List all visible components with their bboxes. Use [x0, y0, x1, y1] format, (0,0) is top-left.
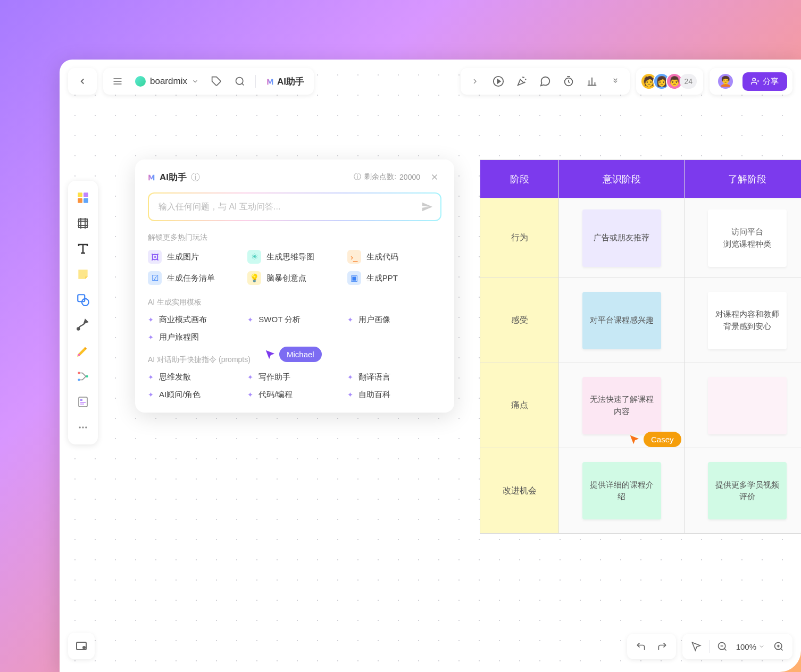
ai-item-tasks[interactable]: ☑生成任务清单	[148, 271, 242, 285]
ai-prompt-code[interactable]: ✦代码/编程	[247, 390, 341, 400]
pointer-button[interactable]	[686, 636, 707, 657]
top-bar-left: boardmix ᴍ AI助手	[68, 68, 314, 95]
ai-template-journey[interactable]: ✦用户旅程图	[148, 332, 242, 342]
close-button[interactable]	[428, 170, 441, 184]
pen-tool[interactable]	[71, 339, 95, 363]
svg-point-43	[83, 646, 85, 649]
minimap-button[interactable]	[68, 633, 95, 659]
table-header-row: 阶段 意识阶段 了解阶段	[480, 160, 801, 198]
ai-item-code[interactable]: ›_生成代码	[347, 250, 441, 264]
timer-button[interactable]	[558, 71, 579, 91]
svg-rect-34	[80, 399, 82, 401]
ai-template-business[interactable]: ✦商业模式画布	[148, 315, 242, 325]
ai-prompt-translate[interactable]: ✦翻译语言	[347, 372, 441, 382]
svg-point-29	[78, 354, 80, 356]
search-button[interactable]	[230, 71, 250, 91]
ai-item-ppt[interactable]: ▣生成PPT	[347, 271, 441, 285]
svg-point-13	[753, 78, 755, 81]
undo-button[interactable]	[630, 636, 652, 657]
send-button[interactable]	[421, 201, 433, 213]
back-group	[68, 68, 97, 95]
checklist-icon: ☑	[148, 271, 162, 285]
table-row: 感受 对平台课程感兴趣 对课程内容和教师背景感到安心	[480, 278, 801, 363]
svg-rect-16	[78, 198, 82, 203]
sticky-note[interactable]: 无法快速了解课程内容	[582, 377, 661, 434]
comment-button[interactable]	[535, 71, 555, 91]
help-icon[interactable]: ⓘ	[191, 171, 200, 183]
sticky-note[interactable]	[708, 377, 787, 434]
sticky-tool[interactable]	[71, 263, 95, 286]
cursor-label: Michael	[279, 347, 322, 362]
menu-button[interactable]	[107, 71, 128, 91]
mindmap-tool[interactable]	[71, 365, 95, 388]
ai-template-swot[interactable]: ✦SWOT 分析	[247, 315, 341, 325]
ai-button-label: AI助手	[277, 75, 304, 88]
ai-grid-2: ✦商业模式画布 ✦SWOT 分析 ✦用户画像 ✦用户旅程图	[148, 315, 441, 342]
ai-item-image[interactable]: 🖼生成图片	[148, 250, 242, 264]
ai-item-brainstorm[interactable]: 💡脑暴创意点	[247, 271, 341, 285]
chart-button[interactable]	[582, 71, 602, 91]
sticky-note[interactable]: 提供详细的课程介绍	[582, 462, 661, 519]
document-tool[interactable]	[71, 390, 95, 414]
cell[interactable]: 提供更多学员视频评价	[685, 448, 801, 533]
journey-table[interactable]: 阶段 意识阶段 了解阶段 行为 广告或朋友推荐 访问平台 浏览课程种类 感受 对…	[480, 159, 801, 534]
svg-marker-7	[498, 79, 501, 83]
confetti-button[interactable]	[512, 71, 532, 91]
chevron-down-icon	[758, 643, 765, 650]
cell[interactable]: 对平台课程感兴趣	[559, 278, 685, 363]
ai-assistant-button[interactable]: ᴍ AI助手	[261, 75, 310, 88]
sticky-note[interactable]: 对课程内容和教师背景感到安心	[708, 292, 787, 349]
template-tool[interactable]	[71, 186, 95, 209]
avatar-stack[interactable]: 🧑 👩 👨 24	[645, 73, 697, 90]
svg-point-39	[85, 426, 87, 428]
zoom-out-button[interactable]	[712, 636, 733, 657]
zoom-in-button[interactable]	[768, 636, 789, 657]
board-name[interactable]: boardmix	[131, 76, 203, 87]
divider	[255, 75, 256, 88]
points-label: 剩余点数:	[364, 172, 396, 182]
points-value: 20000	[399, 173, 420, 181]
cell[interactable]: 访问平台 浏览课程种类	[685, 198, 801, 278]
more-tools-button[interactable]	[605, 71, 625, 91]
ai-prompt-wiki[interactable]: ✦自助百科	[347, 390, 441, 400]
more-tool[interactable]	[71, 416, 95, 439]
table-row: 改进机会 提供详细的课程介绍 提供更多学员视频评价	[480, 448, 801, 533]
connector-tool[interactable]	[71, 314, 95, 337]
expand-left-button[interactable]	[465, 71, 485, 91]
frame-tool[interactable]	[71, 212, 95, 235]
ai-template-persona[interactable]: ✦用户画像	[347, 315, 441, 325]
share-button[interactable]: 分享	[742, 72, 787, 91]
svg-point-37	[79, 426, 81, 428]
ai-item-mindmap[interactable]: ⚛生成思维导图	[247, 250, 341, 264]
sticky-note[interactable]: 访问平台 浏览课程种类	[708, 209, 787, 267]
zoom-level[interactable]: 100%	[733, 642, 768, 651]
tag-button[interactable]	[206, 71, 227, 91]
sparkle-icon: ✦	[148, 373, 154, 381]
back-button[interactable]	[72, 71, 93, 91]
redo-button[interactable]	[652, 636, 673, 657]
cell[interactable]: 提供详细的课程介绍	[559, 448, 685, 533]
sticky-note[interactable]: 对平台课程感兴趣	[582, 292, 661, 349]
sparkle-icon: ✦	[247, 373, 253, 381]
ai-prompt-writing[interactable]: ✦写作助手	[247, 372, 341, 382]
svg-point-27	[77, 327, 79, 330]
svg-rect-14	[78, 192, 82, 197]
text-tool[interactable]	[71, 237, 95, 261]
svg-rect-33	[79, 397, 87, 407]
cell[interactable]: 广告或朋友推荐	[559, 198, 685, 278]
sparkle-icon: ✦	[347, 373, 353, 381]
table-row: 行为 广告或朋友推荐 访问平台 浏览课程种类	[480, 198, 801, 278]
ppt-icon: ▣	[347, 271, 361, 285]
ai-prompt-advisor[interactable]: ✦AI顾问/角色	[148, 390, 242, 400]
app-frame: boardmix ᴍ AI助手	[60, 60, 801, 672]
play-button[interactable]	[488, 71, 508, 91]
cell[interactable]	[685, 363, 801, 448]
points-display: ⓘ 剩余点数:20000	[354, 172, 420, 182]
cell[interactable]: 对课程内容和教师背景感到安心	[685, 278, 801, 363]
ai-input[interactable]	[149, 194, 440, 220]
sticky-note[interactable]: 提供更多学员视频评价	[708, 462, 787, 519]
ai-prompt-diverge[interactable]: ✦思维发散	[148, 372, 242, 382]
current-user-avatar[interactable]: 🧑‍🦱	[717, 73, 734, 90]
sticky-note[interactable]: 广告或朋友推荐	[582, 209, 661, 267]
shape-tool[interactable]	[71, 288, 95, 312]
